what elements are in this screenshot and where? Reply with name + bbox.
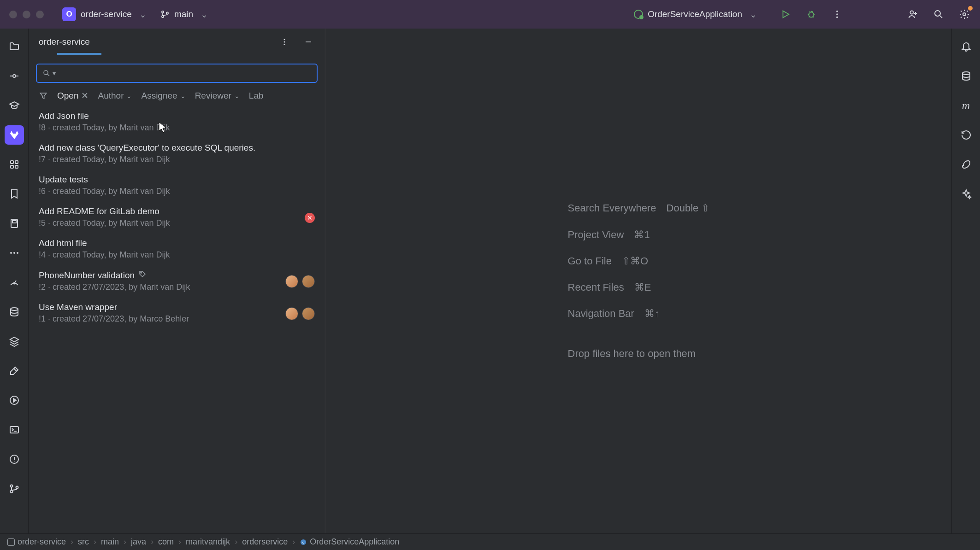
filter-assignee[interactable]: Assignee ⌄ <box>141 91 185 101</box>
svg-point-2 <box>166 12 168 14</box>
hint-search-everywhere-label: Search Everywhere <box>568 195 656 221</box>
panel-tab[interactable]: order-service <box>39 37 90 47</box>
search-box[interactable]: ▾ <box>36 64 318 83</box>
layers-tool-button[interactable] <box>5 332 24 351</box>
coverage-tool-button[interactable] <box>956 125 976 145</box>
search-caret: ▾ <box>53 70 56 77</box>
maven-tool-button[interactable]: m <box>956 96 976 115</box>
reviewer-avatar <box>302 307 315 320</box>
merge-request-title: Add README for GitLab demo <box>39 206 159 216</box>
filter-author[interactable]: Author ⌄ <box>98 91 132 101</box>
breadcrumb-item[interactable]: cOrderServiceApplication <box>300 537 399 547</box>
structure-tool-button[interactable] <box>5 155 24 174</box>
chevron-down-icon: ⌄ <box>126 92 132 99</box>
project-selector[interactable]: O order-service ⌄ <box>62 7 147 21</box>
filter-reviewer[interactable]: Reviewer ⌄ <box>195 91 240 101</box>
hint-go-to-file-label: Go to File <box>568 248 612 274</box>
filter-state-open[interactable]: Open ✕ <box>57 90 89 101</box>
notifications-tool-button[interactable] <box>956 37 976 56</box>
merge-request-title: Add new class 'QueryExecutor' to execute… <box>39 143 255 153</box>
commit-tool-button[interactable] <box>5 66 24 86</box>
filter-icon <box>39 91 48 100</box>
more-actions-button[interactable] <box>831 8 844 21</box>
gitlab-merge-requests-panel: order-service ▾ Open ✕ <box>29 29 325 533</box>
minimize-icon <box>304 38 313 46</box>
merge-request-item[interactable]: Add Json file!8 · created Today, by Mari… <box>29 106 325 138</box>
breadcrumb-item[interactable]: src <box>78 537 89 547</box>
profiler-tool-button[interactable] <box>956 155 976 174</box>
breadcrumb-separator: › <box>94 537 96 547</box>
search-icon <box>933 9 944 20</box>
structure-icon <box>9 159 20 170</box>
git-tool-button[interactable] <box>5 479 24 498</box>
editor-empty-state[interactable]: Search Everywhere Double ⇧ Project View … <box>325 29 951 533</box>
database-tool-button[interactable] <box>5 302 24 322</box>
merge-request-item[interactable]: Add new class 'QueryExecutor' to execute… <box>29 138 325 170</box>
project-tool-button[interactable] <box>5 37 24 56</box>
hint-project-view-label: Project View <box>568 222 624 248</box>
run-button[interactable] <box>779 8 792 21</box>
filter-assignee-label: Assignee <box>141 91 177 101</box>
ai-assistant-button[interactable] <box>956 184 976 204</box>
merge-request-title: Add Json file <box>39 111 89 121</box>
svg-rect-17 <box>12 221 16 223</box>
more-vertical-icon <box>832 9 842 19</box>
breadcrumb-item[interactable]: orderservice <box>242 537 288 547</box>
layers-icon <box>9 336 20 347</box>
svg-rect-12 <box>11 161 13 164</box>
more-vertical-icon <box>280 38 289 46</box>
history-icon <box>961 129 972 140</box>
problems-tool-button[interactable] <box>5 450 24 469</box>
hammer-icon <box>9 365 20 376</box>
window-controls <box>9 11 44 18</box>
breadcrumb-item[interactable]: main <box>101 537 119 547</box>
database-right-button[interactable] <box>956 66 976 86</box>
gitlab-tool-button[interactable] <box>5 125 24 145</box>
debug-button[interactable] <box>805 8 818 21</box>
filter-label-label: Lab <box>249 91 264 101</box>
svg-point-0 <box>162 11 164 13</box>
svg-point-35 <box>962 72 970 75</box>
search-everywhere-button[interactable] <box>932 8 945 21</box>
close-window[interactable] <box>9 11 17 18</box>
run-tool-button[interactable] <box>5 391 24 410</box>
merge-request-item[interactable]: Use Maven wrapper!1 · created 27/07/2023… <box>29 298 325 329</box>
merge-request-item[interactable]: Update tests!6 · created Today, by Marit… <box>29 170 325 202</box>
filter-remove-icon[interactable]: ✕ <box>81 90 89 101</box>
merge-request-item[interactable]: Add README for GitLab demo!5 · created T… <box>29 202 325 234</box>
settings-button[interactable] <box>958 8 971 21</box>
bell-icon <box>961 41 972 52</box>
svg-point-1 <box>162 16 164 18</box>
bookmarks-tool-button[interactable] <box>5 184 24 204</box>
svg-text:c: c <box>302 540 304 544</box>
terminal-tool-button[interactable] <box>5 420 24 439</box>
drop-files-text: Drop files here to open them <box>568 340 710 367</box>
breadcrumb-item[interactable]: order-service <box>7 537 66 547</box>
merge-request-item[interactable]: PhoneNumber validation!2 · created 27/07… <box>29 265 325 298</box>
pull-requests-tool-button[interactable] <box>5 214 24 233</box>
bean-icon <box>961 159 972 170</box>
performance-tool-button[interactable] <box>5 273 24 292</box>
breadcrumb-item[interactable]: maritvandijk <box>186 537 230 547</box>
search-input[interactable] <box>56 69 311 78</box>
filter-label[interactable]: Lab <box>249 91 264 101</box>
chevron-down-icon: ⌄ <box>139 9 147 20</box>
breadcrumb-item[interactable]: java <box>131 537 146 547</box>
build-tool-button[interactable] <box>5 361 24 380</box>
merge-request-item[interactable]: Add html file!4 · created Today, by Mari… <box>29 234 325 265</box>
learn-tool-button[interactable] <box>5 96 24 115</box>
git-branch-selector[interactable]: main ⌄ <box>160 9 208 20</box>
code-with-me-button[interactable] <box>906 8 919 21</box>
panel-options-button[interactable] <box>278 35 291 48</box>
run-configuration-selector[interactable]: OrderServiceApplication ⌄ <box>634 9 757 20</box>
maximize-window[interactable] <box>36 11 44 18</box>
minimize-window[interactable] <box>23 11 30 18</box>
database-icon <box>961 70 972 82</box>
hint-recent-files-label: Recent Files <box>568 274 624 300</box>
more-tools-button[interactable] <box>5 243 24 263</box>
panel-minimize-button[interactable] <box>302 35 315 48</box>
svg-rect-15 <box>15 165 18 168</box>
run-status-icon <box>634 10 643 19</box>
reviewer-avatar <box>302 275 315 288</box>
breadcrumb-item[interactable]: com <box>158 537 174 547</box>
